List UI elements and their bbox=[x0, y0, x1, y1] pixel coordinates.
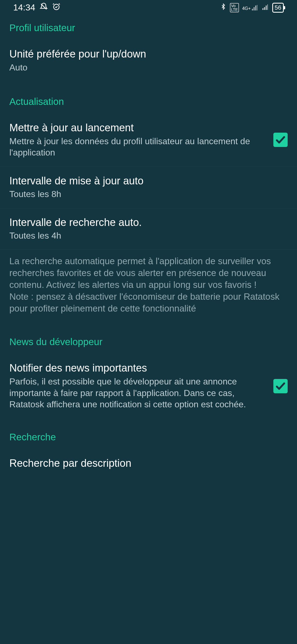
pref-title: Intervalle de recherche auto. bbox=[9, 216, 288, 229]
status-right: VoLTE 4G+ 56 bbox=[220, 2, 284, 13]
pref-text: Intervalle de mise à jour auto Toutes le… bbox=[9, 174, 288, 200]
pref-update-on-launch[interactable]: Mettre à jour au lancement Mettre à jour… bbox=[0, 114, 297, 167]
pref-text: Unité préférée pour l'up/down Auto bbox=[9, 48, 288, 73]
pref-value: Toutes les 8h bbox=[9, 189, 288, 200]
battery-icon: 56 bbox=[272, 3, 284, 13]
check-icon bbox=[275, 134, 286, 145]
checkbox-update-on-launch[interactable] bbox=[273, 133, 288, 147]
dnd-icon bbox=[40, 2, 48, 13]
pref-sub: Parfois, il est possible que le développ… bbox=[9, 376, 267, 410]
status-bar: 14:34 VoLTE 4G+ bbox=[0, 0, 297, 15]
pref-value: Toutes les 4h bbox=[9, 230, 288, 242]
bluetooth-icon bbox=[220, 2, 227, 13]
status-left: 14:34 bbox=[13, 2, 61, 13]
network-4g-icon: 4G+ bbox=[242, 4, 258, 11]
pref-search-interval[interactable]: Intervalle de recherche auto. Toutes les… bbox=[0, 208, 297, 250]
section-header-search: Recherche bbox=[0, 418, 297, 449]
pref-text: Notifier des news importantes Parfois, i… bbox=[9, 362, 267, 410]
alarm-icon bbox=[52, 2, 61, 13]
pref-update-interval[interactable]: Intervalle de mise à jour auto Toutes le… bbox=[0, 167, 297, 208]
pref-preferred-unit[interactable]: Unité préférée pour l'up/down Auto bbox=[0, 40, 297, 81]
volte-icon: VoLTE bbox=[230, 3, 239, 12]
pref-title: Unité préférée pour l'up/down bbox=[9, 48, 288, 61]
check-icon bbox=[275, 381, 286, 392]
battery-level: 56 bbox=[275, 4, 281, 11]
pref-title: Recherche par description bbox=[9, 457, 288, 470]
pref-title: Intervalle de mise à jour auto bbox=[9, 174, 288, 188]
signal-icon bbox=[261, 3, 269, 12]
section-header-profile: Profil utilisateur bbox=[0, 15, 297, 40]
pref-value: Auto bbox=[9, 62, 288, 73]
info-auto-search: La recherche automatique permet à l'appl… bbox=[0, 250, 297, 325]
pref-text: Mettre à jour au lancement Mettre à jour… bbox=[9, 121, 267, 159]
pref-title: Mettre à jour au lancement bbox=[9, 121, 267, 135]
pref-title: Notifier des news importantes bbox=[9, 362, 267, 375]
pref-sub: Mettre à jour les données du profil util… bbox=[9, 136, 267, 159]
settings-content: Profil utilisateur Unité préférée pour l… bbox=[0, 15, 297, 471]
pref-notify-news[interactable]: Notifier des news importantes Parfois, i… bbox=[0, 354, 297, 418]
pref-text: Recherche par description bbox=[9, 457, 288, 471]
pref-search-by-description[interactable]: Recherche par description bbox=[0, 449, 297, 471]
status-time: 14:34 bbox=[13, 2, 35, 13]
checkbox-notify-news[interactable] bbox=[273, 379, 288, 393]
section-header-devnews: News du développeur bbox=[0, 325, 297, 354]
section-header-refresh: Actualisation bbox=[0, 81, 297, 114]
pref-text: Intervalle de recherche auto. Toutes les… bbox=[9, 216, 288, 242]
